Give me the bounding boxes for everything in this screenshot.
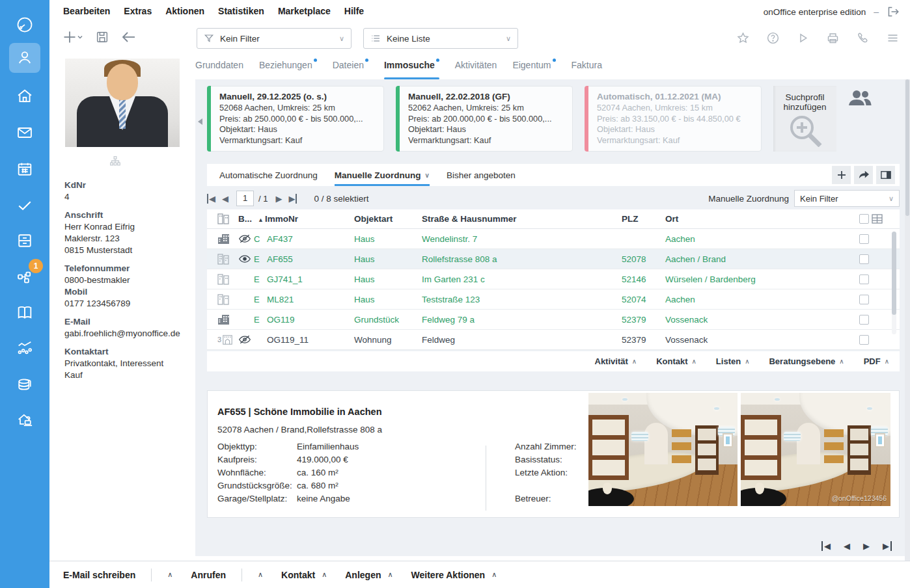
menu-hilfe[interactable]: Hilfe xyxy=(344,6,364,16)
action-aktivitaet[interactable]: Aktivität∧ xyxy=(595,356,637,366)
interested-parties-icon[interactable] xyxy=(848,86,872,152)
logout-icon[interactable] xyxy=(887,6,900,18)
row-checkbox[interactable] xyxy=(859,234,869,244)
chevron-up-icon[interactable]: ∧ xyxy=(491,570,497,579)
sidebar-item-contacts[interactable] xyxy=(9,43,40,73)
weitere-aktionen-button[interactable]: Weitere Aktionen xyxy=(411,570,486,580)
property-photo-1[interactable] xyxy=(588,393,738,506)
immonr-cell[interactable]: OG119_11 xyxy=(267,335,354,345)
action-pdf[interactable]: PDF∧ xyxy=(864,356,889,366)
immonr-cell[interactable]: ML821 xyxy=(267,295,354,304)
row-checkbox[interactable] xyxy=(859,254,869,264)
sidebar-item-homepage[interactable] xyxy=(9,407,40,433)
sidebar-item-network[interactable]: 1 xyxy=(9,263,40,289)
chevron-up-icon[interactable]: ∧ xyxy=(322,570,327,579)
subtab-automatische-zuordnung[interactable]: Automatische Zuordnung xyxy=(219,164,318,186)
menu-extras[interactable]: Extras xyxy=(124,6,152,16)
add-assignment-button[interactable] xyxy=(832,166,851,184)
menu-statistiken[interactable]: Statistiken xyxy=(218,6,264,16)
sidebar-item-calendar[interactable] xyxy=(9,156,40,182)
subtab-manuelle-zuordnung[interactable]: Manuelle Zuordnung∨ xyxy=(335,164,430,186)
header-plz[interactable]: PLZ xyxy=(622,214,665,224)
property-photo-2[interactable]: @onOffice123456 xyxy=(741,393,890,506)
sidebar-item-properties[interactable] xyxy=(9,83,40,109)
select-all-checkbox[interactable] xyxy=(859,214,869,224)
sidebar-item-statistics[interactable] xyxy=(9,335,40,361)
print-icon[interactable] xyxy=(826,31,840,45)
immonr-cell[interactable]: GJ741_1 xyxy=(267,274,354,284)
header-ort[interactable]: Ort xyxy=(665,214,859,224)
header-b[interactable]: B... xyxy=(238,214,254,224)
current-page-input[interactable]: 1 xyxy=(236,191,254,206)
table-scrollbar[interactable] xyxy=(892,232,896,334)
play-icon[interactable] xyxy=(796,31,810,45)
table-row[interactable]: 3 OG119_11 Wohnung Feldweg 52379 Vossena… xyxy=(207,330,900,350)
filter-select[interactable]: Kein Filter ∨ xyxy=(197,28,352,49)
tab-immosuche[interactable]: Immosuche xyxy=(384,60,439,79)
action-kontakt[interactable]: Kontakt∧ xyxy=(656,356,696,366)
menu-aktionen[interactable]: Aktionen xyxy=(165,6,204,16)
tab-aktivitaeten[interactable]: Aktivitäten xyxy=(455,60,497,79)
sidebar-item-email[interactable] xyxy=(9,120,40,146)
table-row[interactable]: E AF655 Haus Rollefstrasse 808 a 52078 A… xyxy=(207,249,900,269)
tab-eigentum[interactable]: Eigentum xyxy=(512,60,555,79)
row-checkbox[interactable] xyxy=(859,274,869,284)
header-objektart[interactable]: Objektart xyxy=(354,214,422,224)
header-strasse[interactable]: Straße & Hausnummer xyxy=(422,214,622,224)
immonr-cell[interactable]: AF655 xyxy=(267,254,354,264)
back-arrow-icon[interactable] xyxy=(121,31,137,44)
next-page-button[interactable]: ▶ xyxy=(275,194,282,204)
sidebar-item-dashboard[interactable] xyxy=(9,12,40,38)
table-row[interactable]: E ML821 Haus Teststraße 123 52074 Aachen xyxy=(207,289,900,310)
chevron-up-icon[interactable]: ∧ xyxy=(258,570,263,579)
list-select[interactable]: Keine Liste ∨ xyxy=(363,28,518,49)
assignment-filter-select[interactable]: Kein Filter ∨ xyxy=(794,190,900,207)
org-chart-icon[interactable] xyxy=(109,156,121,167)
immonr-cell[interactable]: AF437 xyxy=(267,234,354,244)
search-profile-card-3[interactable]: Automatisch, 01.12.2021 (MA) 52074 Aache… xyxy=(585,86,762,152)
table-row[interactable]: E OG119 Grundstück Feldweg 79 a 52379 Vo… xyxy=(207,310,900,330)
subtab-bisher-angeboten[interactable]: Bisher angeboten xyxy=(447,164,516,186)
action-beratungsebene[interactable]: Beratungsebene∧ xyxy=(769,356,844,366)
add-search-profile-button[interactable]: Suchprofil hinzufügen xyxy=(773,86,836,152)
row-checkbox[interactable] xyxy=(859,295,869,304)
immonr-cell[interactable]: OG119 xyxy=(267,315,354,325)
hamburger-menu-icon[interactable] xyxy=(886,31,900,45)
cards-scroll-left-icon[interactable] xyxy=(198,118,202,125)
tab-dateien[interactable]: Dateien xyxy=(333,60,368,79)
sidebar-item-database[interactable] xyxy=(9,371,40,397)
save-icon[interactable] xyxy=(95,30,109,44)
first-page-button[interactable]: ◀ xyxy=(207,194,215,204)
row-checkbox[interactable] xyxy=(859,335,869,345)
menu-marketplace[interactable]: Marketplace xyxy=(278,6,331,16)
last-page-button[interactable]: ▶ xyxy=(883,541,892,551)
export-arrow-button[interactable] xyxy=(854,166,873,184)
phone-icon[interactable] xyxy=(856,31,870,45)
menu-bearbeiten[interactable]: Bearbeiten xyxy=(63,6,110,16)
eye-icon[interactable] xyxy=(238,254,254,264)
sidebar-item-archive[interactable] xyxy=(9,228,40,254)
email-schreiben-button[interactable]: E-Mail schreiben xyxy=(63,570,135,580)
eye-off-icon[interactable] xyxy=(238,334,254,345)
tab-beziehungen[interactable]: Beziehungen xyxy=(259,60,317,79)
chevron-up-icon[interactable]: ∧ xyxy=(387,570,393,579)
sidebar-item-tasks[interactable] xyxy=(9,193,40,219)
add-record-button[interactable] xyxy=(64,30,83,44)
prev-page-button[interactable]: ◀ xyxy=(844,541,850,551)
kontakt-button[interactable]: Kontakt xyxy=(281,570,315,580)
tab-grunddaten[interactable]: Grunddaten xyxy=(195,60,243,79)
prev-page-button[interactable]: ◀ xyxy=(222,194,228,204)
table-row[interactable]: E GJ741_1 Haus Im Garten 231 c 52146 Wür… xyxy=(207,269,900,289)
search-profile-card-2[interactable]: Manuell, 22.02.2018 (GF) 52062 Aachen, U… xyxy=(396,86,573,152)
row-checkbox[interactable] xyxy=(859,315,869,325)
next-page-button[interactable]: ▶ xyxy=(863,541,870,551)
first-page-button[interactable]: ◀ xyxy=(821,541,831,551)
header-immonr[interactable]: ▲ImmoNr xyxy=(258,214,354,224)
help-icon[interactable] xyxy=(766,31,780,45)
sidebar-item-knowledge[interactable] xyxy=(9,299,40,325)
anrufen-button[interactable]: Anrufen xyxy=(191,570,226,580)
eye-off-icon[interactable] xyxy=(238,234,254,244)
tab-faktura[interactable]: Faktura xyxy=(572,60,602,79)
table-row[interactable]: C AF437 Haus Wendelinstr. 7 Aachen xyxy=(207,229,900,249)
action-listen[interactable]: Listen∧ xyxy=(716,356,750,366)
